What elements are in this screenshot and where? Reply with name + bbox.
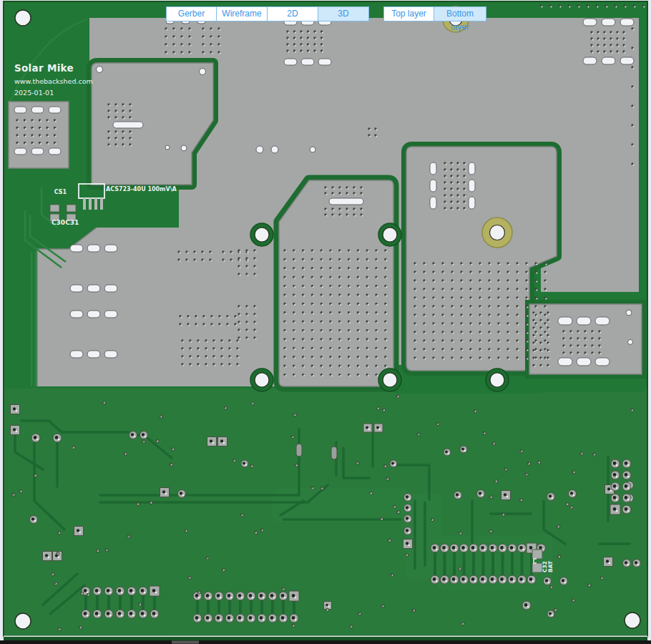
drill-hole: [406, 495, 408, 498]
pad-glint: [474, 580, 476, 582]
via-glint: [313, 295, 314, 296]
via-glint: [386, 268, 387, 270]
drill-hole: [195, 616, 199, 620]
via-glint: [443, 280, 444, 282]
via-hole: [13, 494, 14, 495]
via-glint: [303, 339, 305, 341]
via-glint: [130, 117, 132, 119]
via-glint: [294, 339, 295, 341]
via-hole: [127, 536, 129, 537]
via-glint: [166, 52, 167, 54]
via-glint: [534, 366, 535, 367]
via-glint: [294, 375, 295, 376]
pad-glint: [368, 428, 370, 430]
via-glint: [211, 36, 212, 38]
via-glint: [434, 341, 435, 342]
via-glint: [109, 104, 110, 106]
gerber-button[interactable]: Gerber: [166, 6, 217, 21]
via-glint: [32, 143, 34, 145]
via-glint: [415, 358, 416, 359]
via-glint: [313, 304, 314, 306]
via-glint: [578, 353, 579, 354]
via-glint: [480, 263, 481, 265]
drill-hole: [529, 577, 533, 581]
via-glint: [255, 258, 256, 260]
via-hole: [490, 497, 491, 498]
drill-hole: [461, 546, 465, 550]
via-glint: [471, 280, 472, 282]
via-glint: [238, 348, 239, 350]
pad-glint: [98, 615, 100, 617]
via-glint: [632, 67, 634, 69]
via-hole: [386, 478, 388, 479]
pad-glint: [609, 562, 611, 565]
via-hole: [431, 519, 433, 520]
via-glint: [340, 375, 341, 376]
via-glint: [340, 322, 341, 323]
via-glint: [578, 346, 579, 347]
via-glint: [585, 338, 587, 340]
via-glint: [564, 338, 565, 340]
via-glint: [180, 316, 182, 318]
via-glint: [182, 44, 183, 46]
via-glint: [592, 52, 593, 53]
via-glint: [434, 358, 435, 359]
drill-hole: [376, 426, 379, 429]
drill-hole: [524, 603, 528, 607]
top-layer-button[interactable]: Top layer: [383, 6, 434, 21]
via-glint: [617, 52, 619, 53]
via-glint: [376, 278, 378, 279]
via-glint: [545, 298, 547, 299]
via-glint: [247, 274, 248, 275]
via-glint: [179, 252, 180, 253]
via-hole: [350, 626, 351, 628]
via-glint: [606, 6, 607, 7]
2d-button[interactable]: 2D: [267, 6, 318, 21]
via-glint: [517, 280, 519, 282]
via-glint: [358, 304, 360, 306]
via-glint: [451, 176, 453, 177]
via-glint: [376, 129, 377, 130]
h-scrollbar-thumb[interactable]: [172, 641, 199, 644]
drill-hole: [270, 616, 274, 620]
drill-hole: [625, 484, 628, 488]
smd-pad: [31, 148, 44, 155]
via-glint: [443, 263, 444, 265]
via-hole: [72, 447, 74, 448]
bottom-layer-button[interactable]: Bottom layer: [434, 6, 486, 21]
via-glint: [536, 289, 537, 291]
via-glint: [354, 193, 356, 195]
pad-glint: [241, 619, 243, 621]
pcb-3d-view[interactable]: Solar Mike www.thebackshed.com 2025-01-0…: [0, 0, 651, 644]
pad-glint: [230, 619, 232, 621]
via-glint: [632, 164, 634, 165]
wireframe-button[interactable]: Wireframe: [216, 6, 268, 21]
via-glint: [340, 250, 341, 252]
pad-glint: [436, 580, 438, 582]
via-glint: [303, 313, 305, 314]
via-glint: [25, 135, 26, 137]
via-glint: [295, 44, 296, 46]
via-glint: [559, 6, 561, 7]
3d-button[interactable]: 3D: [318, 6, 369, 21]
pad-glint: [408, 509, 411, 511]
via-glint: [534, 328, 535, 329]
smd-pad: [469, 180, 475, 192]
via-hole: [601, 577, 602, 579]
via-glint: [326, 215, 327, 216]
smd-pad: [602, 57, 615, 64]
via-glint: [368, 286, 369, 288]
via-glint: [188, 316, 190, 318]
via-glint: [480, 349, 481, 351]
pad-glint: [459, 496, 461, 498]
pad-glint: [408, 519, 411, 522]
via-hole: [170, 464, 172, 465]
via-glint: [116, 111, 117, 112]
via-hole: [58, 532, 59, 533]
via-glint: [368, 304, 369, 306]
via-glint: [434, 349, 435, 351]
mount-hole: [255, 228, 269, 242]
via-glint: [471, 332, 472, 333]
drill-hole: [31, 517, 34, 520]
via-glint: [322, 375, 323, 376]
